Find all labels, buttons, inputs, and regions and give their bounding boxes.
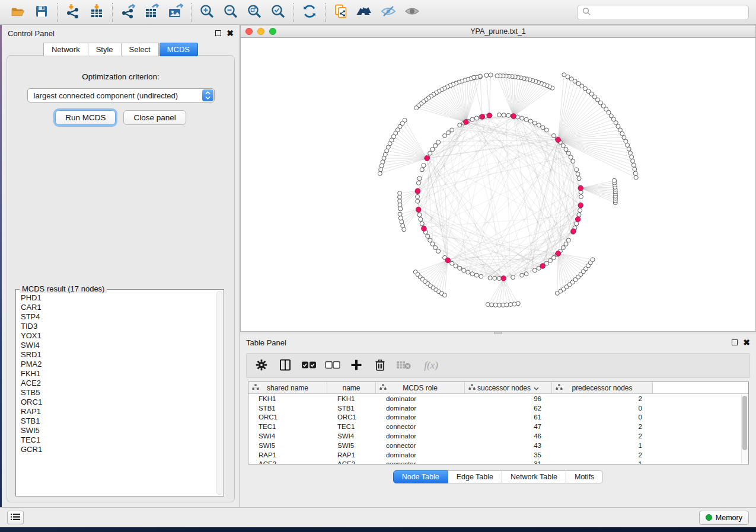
- network-node[interactable]: [631, 163, 636, 167]
- network-node[interactable]: [520, 273, 524, 277]
- mcds-hub-node[interactable]: [540, 264, 546, 269]
- network-node[interactable]: [591, 258, 595, 262]
- export-table-button[interactable]: [140, 2, 164, 23]
- table-row[interactable]: FKH1FKH1dominator962: [248, 394, 748, 403]
- network-node[interactable]: [569, 155, 573, 159]
- network-node[interactable]: [458, 266, 462, 270]
- network-node[interactable]: [443, 134, 447, 138]
- network-node[interactable]: [506, 113, 511, 117]
- network-node[interactable]: [381, 160, 385, 164]
- mcds-result-item[interactable]: PMA2: [20, 360, 216, 369]
- zoom-in-button[interactable]: [195, 2, 219, 23]
- float-panel-icon[interactable]: [732, 339, 738, 345]
- network-node[interactable]: [532, 121, 537, 125]
- network-node[interactable]: [578, 209, 582, 213]
- column-header-MCDS-role[interactable]: MCDS role: [376, 382, 465, 393]
- network-node[interactable]: [613, 178, 617, 182]
- network-node[interactable]: [428, 151, 432, 155]
- network-node[interactable]: [532, 268, 537, 273]
- network-node[interactable]: [576, 172, 580, 176]
- mcds-list-scrollbar[interactable]: [216, 291, 222, 495]
- table-row[interactable]: RAP1RAP1dominator352: [248, 450, 748, 460]
- network-node[interactable]: [566, 238, 570, 242]
- mcds-hub-node[interactable]: [422, 226, 427, 232]
- network-node[interactable]: [520, 116, 524, 120]
- unselect-all-rows-button[interactable]: [324, 356, 342, 375]
- network-node[interactable]: [627, 147, 631, 151]
- network-node[interactable]: [479, 274, 483, 278]
- network-node[interactable]: [630, 155, 634, 159]
- network-canvas[interactable]: [241, 38, 755, 331]
- network-node[interactable]: [577, 213, 581, 217]
- float-panel-icon[interactable]: [215, 30, 221, 36]
- network-node[interactable]: [379, 164, 384, 168]
- network-node[interactable]: [458, 123, 462, 127]
- network-node[interactable]: [398, 207, 403, 211]
- network-node[interactable]: [450, 261, 454, 265]
- network-node[interactable]: [416, 181, 420, 185]
- mcds-result-item[interactable]: RAP1: [20, 407, 216, 416]
- network-node[interactable]: [430, 148, 435, 152]
- network-node[interactable]: [497, 113, 502, 117]
- search-input[interactable]: [591, 8, 744, 17]
- network-node[interactable]: [472, 75, 476, 79]
- mcds-result-item[interactable]: TEC1: [20, 435, 216, 445]
- network-node[interactable]: [446, 131, 450, 135]
- network-window-titlebar[interactable]: YPA_prune.txt_1: [241, 25, 755, 38]
- tab-network[interactable]: Network: [43, 43, 88, 56]
- network-node[interactable]: [414, 106, 419, 110]
- tab-style[interactable]: Style: [88, 43, 122, 56]
- network-node[interactable]: [524, 117, 528, 121]
- mcds-hub-node[interactable]: [556, 251, 561, 257]
- table-row[interactable]: SWI5SWI5connector431: [248, 441, 748, 450]
- network-node[interactable]: [562, 73, 566, 77]
- network-node[interactable]: [516, 302, 520, 306]
- hide-selected-button[interactable]: [377, 2, 400, 23]
- network-node[interactable]: [502, 113, 506, 117]
- table-row[interactable]: STB1STB1dominator620: [248, 403, 748, 413]
- mcds-hub-node[interactable]: [501, 276, 506, 281]
- import-network-button[interactable]: [61, 2, 85, 23]
- mcds-result-item[interactable]: TID3: [20, 322, 216, 331]
- network-node[interactable]: [416, 199, 420, 203]
- network-node[interactable]: [544, 128, 548, 132]
- table-row[interactable]: ACE2ACE2connector311: [248, 460, 748, 464]
- mcds-result-item[interactable]: ACE2: [20, 379, 216, 388]
- network-node[interactable]: [633, 171, 637, 175]
- mcds-hub-node[interactable]: [578, 203, 583, 208]
- network-node[interactable]: [484, 73, 489, 78]
- network-node[interactable]: [478, 74, 482, 78]
- mcds-result-item[interactable]: CAR1: [20, 303, 216, 312]
- network-node[interactable]: [561, 143, 565, 148]
- save-session-button[interactable]: [30, 2, 53, 23]
- tab-motifs[interactable]: Motifs: [566, 470, 603, 483]
- mcds-result-item[interactable]: SWI5: [20, 426, 216, 435]
- mcds-hub-node[interactable]: [571, 229, 576, 234]
- network-node[interactable]: [436, 249, 441, 253]
- show-all-button[interactable]: [400, 2, 424, 23]
- close-panel-button[interactable]: Close panel: [123, 110, 186, 125]
- mcds-hub-node[interactable]: [511, 114, 516, 119]
- copy-network-button[interactable]: [329, 2, 353, 23]
- network-node[interactable]: [571, 159, 575, 164]
- column-header-shared-name[interactable]: shared name: [248, 382, 327, 393]
- column-header-successor-nodes[interactable]: successor nodes: [465, 382, 552, 393]
- network-node[interactable]: [541, 126, 545, 130]
- minimize-window-icon[interactable]: [257, 28, 264, 35]
- mcds-hub-node[interactable]: [416, 207, 421, 212]
- zoom-selected-button[interactable]: [266, 2, 290, 23]
- network-node[interactable]: [575, 168, 579, 172]
- column-header-name[interactable]: name: [327, 382, 376, 393]
- table-row[interactable]: SWI4SWI4dominator462: [248, 431, 748, 441]
- network-node[interactable]: [493, 276, 497, 280]
- network-node[interactable]: [470, 117, 474, 121]
- table-settings-button[interactable]: [253, 356, 270, 375]
- network-node[interactable]: [634, 175, 638, 180]
- network-node[interactable]: [511, 275, 515, 280]
- network-node[interactable]: [417, 213, 422, 217]
- network-node[interactable]: [398, 195, 402, 199]
- network-node[interactable]: [417, 177, 422, 181]
- mcds-hub-node[interactable]: [556, 137, 561, 143]
- memory-button[interactable]: Memory: [699, 511, 749, 525]
- mcds-result-item[interactable]: PHD1: [20, 293, 216, 303]
